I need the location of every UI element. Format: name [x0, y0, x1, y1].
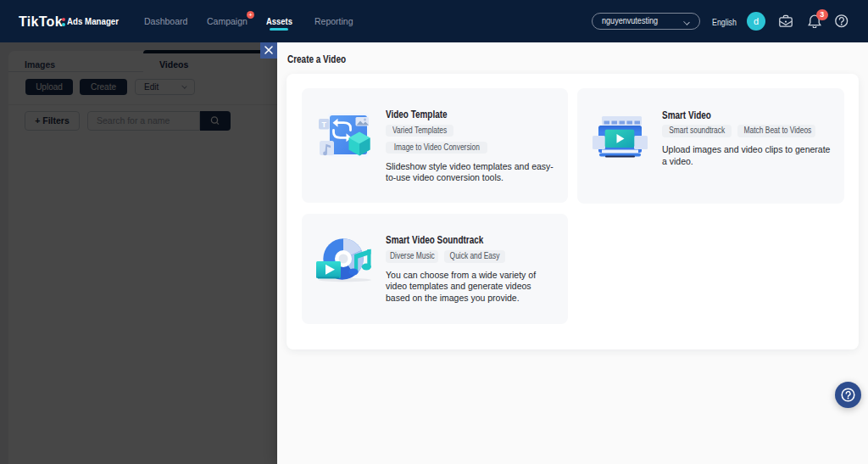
svg-text:T: T: [321, 120, 326, 129]
